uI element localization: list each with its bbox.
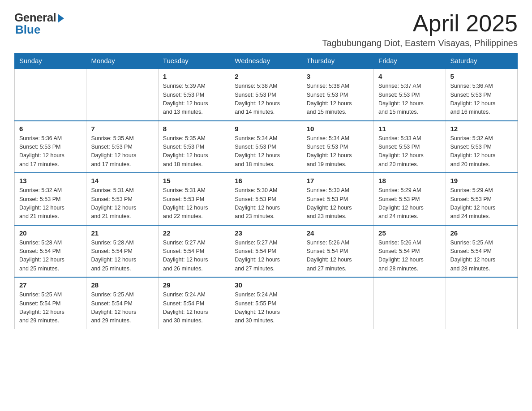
day-info: Sunrise: 5:33 AM Sunset: 5:53 PM Dayligh… — [378, 134, 441, 169]
day-info: Sunrise: 5:28 AM Sunset: 5:54 PM Dayligh… — [19, 239, 82, 274]
location-title: Tagbubungang Diot, Eastern Visayas, Phil… — [322, 38, 518, 48]
day-number: 20 — [19, 229, 82, 237]
calendar-week-row: 6Sunrise: 5:36 AM Sunset: 5:53 PM Daylig… — [15, 121, 518, 173]
calendar-day-cell: 30Sunrise: 5:24 AM Sunset: 5:55 PM Dayli… — [230, 277, 302, 329]
day-info: Sunrise: 5:27 AM Sunset: 5:54 PM Dayligh… — [235, 239, 297, 274]
calendar-day-cell — [15, 68, 86, 121]
day-info: Sunrise: 5:35 AM Sunset: 5:53 PM Dayligh… — [163, 134, 225, 169]
calendar-day-cell: 29Sunrise: 5:24 AM Sunset: 5:54 PM Dayli… — [158, 277, 230, 329]
calendar-day-cell: 5Sunrise: 5:36 AM Sunset: 5:53 PM Daylig… — [446, 68, 517, 121]
calendar-day-cell: 19Sunrise: 5:29 AM Sunset: 5:53 PM Dayli… — [446, 173, 517, 225]
calendar-day-cell: 25Sunrise: 5:26 AM Sunset: 5:54 PM Dayli… — [374, 225, 446, 278]
day-info: Sunrise: 5:38 AM Sunset: 5:53 PM Dayligh… — [235, 82, 297, 117]
calendar-day-cell: 20Sunrise: 5:28 AM Sunset: 5:54 PM Dayli… — [15, 225, 86, 278]
calendar-day-cell: 26Sunrise: 5:25 AM Sunset: 5:54 PM Dayli… — [446, 225, 517, 278]
calendar-week-row: 27Sunrise: 5:25 AM Sunset: 5:54 PM Dayli… — [15, 277, 518, 329]
calendar-day-cell: 10Sunrise: 5:34 AM Sunset: 5:53 PM Dayli… — [302, 121, 373, 173]
calendar-day-cell — [446, 277, 517, 329]
calendar-day-cell: 17Sunrise: 5:30 AM Sunset: 5:53 PM Dayli… — [302, 173, 373, 225]
day-number: 22 — [163, 229, 225, 237]
calendar-day-cell: 11Sunrise: 5:33 AM Sunset: 5:53 PM Dayli… — [374, 121, 446, 173]
weekday-header-cell: Thursday — [302, 53, 373, 69]
day-number: 21 — [91, 229, 153, 237]
day-info: Sunrise: 5:30 AM Sunset: 5:53 PM Dayligh… — [307, 186, 369, 221]
calendar-day-cell: 23Sunrise: 5:27 AM Sunset: 5:54 PM Dayli… — [230, 225, 302, 278]
month-title: April 2025 — [322, 11, 518, 36]
day-number: 15 — [163, 177, 225, 184]
calendar-day-cell: 1Sunrise: 5:39 AM Sunset: 5:53 PM Daylig… — [158, 68, 230, 121]
logo-arrow-icon — [58, 14, 64, 23]
weekday-header-cell: Saturday — [446, 53, 517, 69]
day-number: 16 — [235, 177, 297, 184]
calendar-day-cell: 21Sunrise: 5:28 AM Sunset: 5:54 PM Dayli… — [86, 225, 158, 278]
calendar-day-cell: 24Sunrise: 5:26 AM Sunset: 5:54 PM Dayli… — [302, 225, 373, 278]
weekday-header-cell: Friday — [374, 53, 446, 69]
day-info: Sunrise: 5:27 AM Sunset: 5:54 PM Dayligh… — [163, 239, 225, 274]
calendar-day-cell: 27Sunrise: 5:25 AM Sunset: 5:54 PM Dayli… — [15, 277, 86, 329]
day-number: 10 — [307, 125, 369, 133]
day-number: 29 — [163, 281, 225, 289]
day-info: Sunrise: 5:34 AM Sunset: 5:53 PM Dayligh… — [235, 134, 297, 169]
day-info: Sunrise: 5:24 AM Sunset: 5:54 PM Dayligh… — [163, 291, 225, 325]
day-info: Sunrise: 5:38 AM Sunset: 5:53 PM Dayligh… — [307, 82, 369, 117]
day-number: 7 — [91, 125, 153, 133]
day-info: Sunrise: 5:39 AM Sunset: 5:53 PM Dayligh… — [163, 82, 225, 117]
calendar-body: 1Sunrise: 5:39 AM Sunset: 5:53 PM Daylig… — [15, 68, 518, 329]
day-info: Sunrise: 5:26 AM Sunset: 5:54 PM Dayligh… — [307, 239, 369, 274]
day-info: Sunrise: 5:26 AM Sunset: 5:54 PM Dayligh… — [378, 239, 441, 274]
day-number: 24 — [307, 229, 369, 237]
weekday-header-row: SundayMondayTuesdayWednesdayThursdayFrid… — [15, 53, 518, 69]
calendar-day-cell: 22Sunrise: 5:27 AM Sunset: 5:54 PM Dayli… — [158, 225, 230, 278]
calendar-day-cell: 9Sunrise: 5:34 AM Sunset: 5:53 PM Daylig… — [230, 121, 302, 173]
day-info: Sunrise: 5:37 AM Sunset: 5:53 PM Dayligh… — [378, 82, 441, 117]
day-number: 2 — [235, 73, 297, 80]
day-info: Sunrise: 5:24 AM Sunset: 5:55 PM Dayligh… — [235, 291, 297, 325]
day-number: 30 — [235, 281, 297, 289]
calendar-day-cell: 2Sunrise: 5:38 AM Sunset: 5:53 PM Daylig… — [230, 68, 302, 121]
page-header: General Blue April 2025 Tagbubungang Dio… — [14, 11, 518, 48]
calendar-day-cell: 13Sunrise: 5:32 AM Sunset: 5:53 PM Dayli… — [15, 173, 86, 225]
weekday-header-cell: Sunday — [15, 53, 86, 69]
day-number: 11 — [378, 125, 441, 133]
calendar-day-cell: 16Sunrise: 5:30 AM Sunset: 5:53 PM Dayli… — [230, 173, 302, 225]
weekday-header-cell: Monday — [86, 53, 158, 69]
day-number: 3 — [307, 73, 369, 80]
day-info: Sunrise: 5:25 AM Sunset: 5:54 PM Dayligh… — [450, 239, 513, 274]
day-info: Sunrise: 5:29 AM Sunset: 5:53 PM Dayligh… — [378, 186, 441, 221]
calendar-day-cell: 14Sunrise: 5:31 AM Sunset: 5:53 PM Dayli… — [86, 173, 158, 225]
day-info: Sunrise: 5:25 AM Sunset: 5:54 PM Dayligh… — [19, 291, 82, 325]
day-number: 28 — [91, 281, 153, 289]
logo-blue-text: Blue — [15, 23, 40, 37]
day-info: Sunrise: 5:25 AM Sunset: 5:54 PM Dayligh… — [91, 291, 153, 325]
calendar-week-row: 20Sunrise: 5:28 AM Sunset: 5:54 PM Dayli… — [15, 225, 518, 278]
day-info: Sunrise: 5:36 AM Sunset: 5:53 PM Dayligh… — [19, 134, 82, 169]
day-info: Sunrise: 5:31 AM Sunset: 5:53 PM Dayligh… — [91, 186, 153, 221]
day-info: Sunrise: 5:36 AM Sunset: 5:53 PM Dayligh… — [450, 82, 513, 117]
day-number: 25 — [378, 229, 441, 237]
day-info: Sunrise: 5:34 AM Sunset: 5:53 PM Dayligh… — [307, 134, 369, 169]
day-info: Sunrise: 5:35 AM Sunset: 5:53 PM Dayligh… — [91, 134, 153, 169]
weekday-header-cell: Tuesday — [158, 53, 230, 69]
day-info: Sunrise: 5:28 AM Sunset: 5:54 PM Dayligh… — [91, 239, 153, 274]
day-number: 18 — [378, 177, 441, 184]
day-info: Sunrise: 5:31 AM Sunset: 5:53 PM Dayligh… — [163, 186, 225, 221]
calendar-day-cell: 7Sunrise: 5:35 AM Sunset: 5:53 PM Daylig… — [86, 121, 158, 173]
day-number: 4 — [378, 73, 441, 80]
calendar-week-row: 1Sunrise: 5:39 AM Sunset: 5:53 PM Daylig… — [15, 68, 518, 121]
calendar-day-cell: 15Sunrise: 5:31 AM Sunset: 5:53 PM Dayli… — [158, 173, 230, 225]
day-number: 27 — [19, 281, 82, 289]
day-number: 12 — [450, 125, 513, 133]
calendar-day-cell: 28Sunrise: 5:25 AM Sunset: 5:54 PM Dayli… — [86, 277, 158, 329]
day-number: 13 — [19, 177, 82, 184]
day-number: 1 — [163, 73, 225, 80]
title-area: April 2025 Tagbubungang Diot, Eastern Vi… — [322, 11, 518, 48]
day-number: 26 — [450, 229, 513, 237]
day-number: 6 — [19, 125, 82, 133]
calendar-day-cell — [302, 277, 373, 329]
calendar-day-cell: 8Sunrise: 5:35 AM Sunset: 5:53 PM Daylig… — [158, 121, 230, 173]
calendar-day-cell — [374, 277, 446, 329]
day-number: 8 — [163, 125, 225, 133]
weekday-header-cell: Wednesday — [230, 53, 302, 69]
day-number: 14 — [91, 177, 153, 184]
day-number: 19 — [450, 177, 513, 184]
